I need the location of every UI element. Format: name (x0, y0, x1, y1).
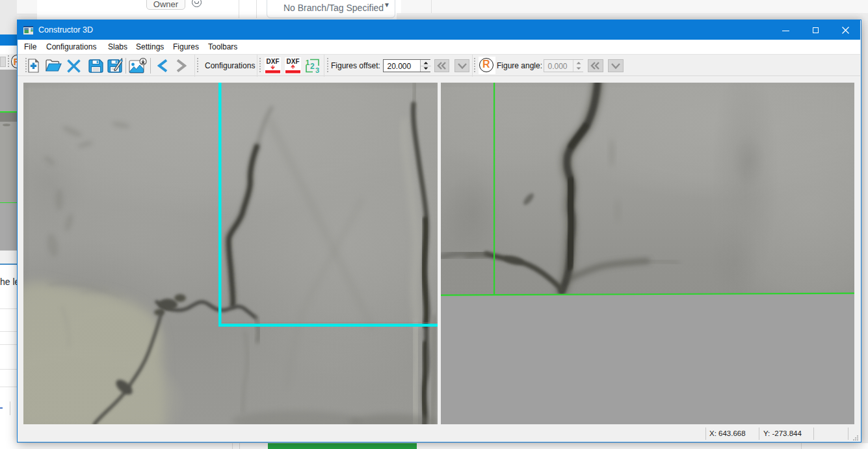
svg-text:2: 2 (310, 62, 315, 71)
svg-text:1: 1 (306, 59, 309, 66)
svg-text:DXF: DXF (266, 58, 279, 65)
svg-text:DXF: DXF (286, 58, 299, 65)
svg-text:3: 3 (315, 66, 319, 74)
